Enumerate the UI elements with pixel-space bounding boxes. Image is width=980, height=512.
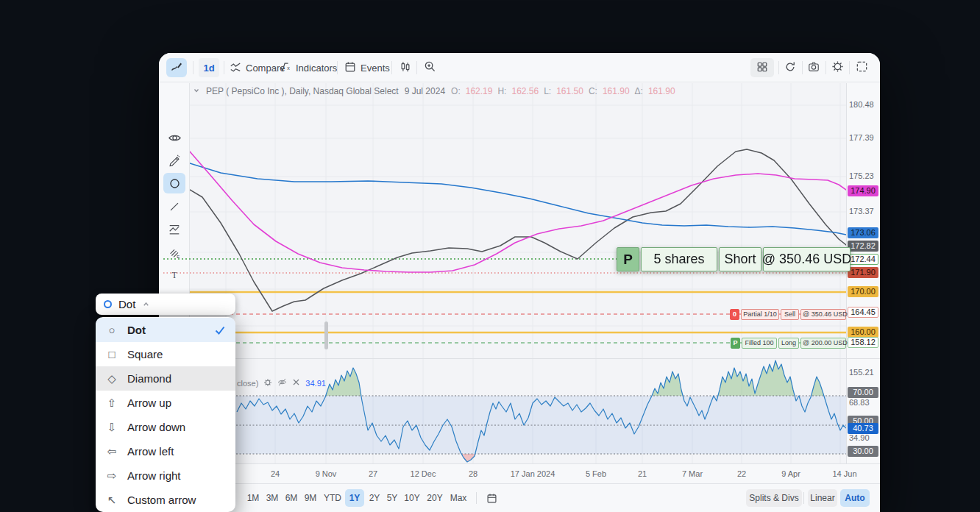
menu-item-arrow-down[interactable]: ⇩Arrow down (96, 415, 235, 439)
menu-item-arrow-right[interactable]: ⇨Arrow right (96, 463, 235, 488)
sell-order-label[interactable]: 0 Partial 1/10 Sell @ 350.46 USD (730, 309, 846, 320)
menu-item-custom-arrow[interactable]: ↖Custom arrow (96, 488, 235, 512)
chart-plot-area[interactable] (190, 83, 846, 463)
tool-circle-button[interactable] (163, 173, 185, 193)
menu-item-square[interactable]: □Square (96, 342, 235, 366)
symbol-title[interactable]: PEP ( PepsiCo Inc ), Daily, Nasdaq Globa… (206, 86, 399, 96)
ohlc-key: O: (451, 86, 461, 96)
time-tick-7-Mar: 7 Mar (682, 469, 703, 478)
ohlc-key: C: (589, 86, 597, 96)
ohlc-value: 162.56 (511, 86, 539, 96)
indicators-label: Indicators (296, 63, 337, 74)
price-label-175.23: 175.23 (849, 171, 874, 182)
range-button-20y[interactable]: 20Y (423, 489, 447, 507)
go-to-date-button[interactable] (482, 489, 501, 507)
range-button-5y[interactable]: 5Y (383, 489, 401, 507)
chart-window: 1d Compare x Indicators Events (159, 53, 880, 512)
menu-scrollbar[interactable] (324, 321, 328, 349)
shape-dropdown-trigger[interactable]: Dot (96, 294, 235, 315)
splits-divs-button[interactable]: Splits & Divs (746, 489, 802, 507)
position-price: @ 200.00 USD (800, 338, 846, 349)
chart-style-button[interactable] (397, 58, 413, 77)
time-axis[interactable]: 249 Nov2712 Dec2817 Jan 20245 Feb217 Mar… (159, 463, 880, 483)
long-position-label[interactable]: P Filled 100 Long @ 200.00 USD (731, 338, 846, 349)
range-button-1m[interactable]: 1M (244, 489, 263, 507)
check-icon (214, 324, 226, 336)
menu-item-diamond[interactable]: ◇Diamond (96, 366, 235, 391)
price-label-172.44: 172.44 (848, 254, 878, 265)
menu-item-label: Arrow down (127, 421, 185, 433)
draw-tool-button[interactable] (166, 58, 187, 77)
price-label-158.12: 158.12 (848, 337, 878, 348)
menu-item-label: Arrow left (127, 445, 174, 458)
menu-item-arrow-up[interactable]: ⇧Arrow up (96, 391, 235, 415)
position-qty: Filled 100 (742, 338, 777, 349)
menu-item-label: Dot (127, 324, 146, 336)
price-label-164.45: 164.45 (848, 307, 878, 318)
chevron-up-icon (142, 298, 150, 310)
zoom-button[interactable] (421, 58, 438, 77)
auto-button[interactable]: Auto (840, 489, 870, 507)
divider (224, 61, 224, 74)
svg-text:E: E (177, 255, 180, 259)
arrow-up-icon: ⇧ (105, 397, 118, 410)
divider (778, 61, 779, 74)
linear-button[interactable]: Linear (808, 489, 837, 507)
range-button-9m[interactable]: 9M (301, 489, 320, 507)
tool-brush-button[interactable]: E (163, 242, 185, 263)
indicators-button[interactable]: x Indicators (280, 58, 337, 77)
tool-line-button[interactable] (163, 196, 185, 217)
zigzag-channel-icon (168, 223, 181, 236)
time-tick-21: 21 (638, 469, 647, 478)
tool-marker-button[interactable] (163, 150, 185, 171)
chevron-down-icon[interactable] (193, 86, 200, 96)
rsi-legend-title: close) (237, 379, 258, 388)
menu-item-label: Square (127, 348, 163, 360)
rsi-legend-value: 34.91 (305, 379, 326, 388)
range-button-3m[interactable]: 3M (263, 489, 282, 507)
menu-item-label: Custom arrow (127, 494, 196, 506)
price-label-170.00: 170.00 (848, 286, 878, 297)
range-button-2y[interactable]: 2Y (366, 489, 383, 507)
fullscreen-button[interactable] (853, 58, 870, 77)
custom-arrow-icon: ↖ (105, 494, 118, 507)
position-tooltip-price: @ 350.46 USD (763, 247, 851, 271)
rsi-hide-icon[interactable] (277, 377, 287, 388)
draw-icon (170, 60, 183, 76)
fullscreen-icon (856, 60, 868, 75)
compare-button[interactable]: Compare (230, 58, 285, 77)
time-tick-27: 27 (369, 469, 377, 478)
range-button-1y[interactable]: 1Y (345, 489, 364, 507)
menu-item-dot[interactable]: ○Dot (96, 318, 235, 342)
rsi-settings-icon[interactable] (263, 378, 272, 388)
range-button-10y[interactable]: 10Y (401, 489, 423, 507)
price-label-177.39: 177.39 (849, 132, 874, 143)
position-tooltip[interactable]: P 5 shares Short @ 350.46 USD (617, 247, 851, 271)
rsi-close-icon[interactable] (292, 378, 300, 388)
range-button-max[interactable]: Max (447, 489, 470, 507)
events-button[interactable]: Events (344, 58, 390, 77)
svg-text:x: x (287, 65, 290, 71)
candles-icon (400, 61, 411, 75)
range-button-6m[interactable]: 6M (282, 489, 301, 507)
screenshot-button[interactable] (806, 58, 821, 77)
range-button-ytd[interactable]: YTD (320, 489, 345, 507)
ohlc-value: 161.90 (603, 86, 630, 96)
settings-button[interactable] (830, 58, 845, 77)
tool-eye-button[interactable] (163, 127, 185, 148)
tool-channel-button[interactable] (163, 219, 185, 240)
position-tooltip-badge: P (617, 247, 639, 271)
price-label-171.90: 171.90 (848, 267, 878, 278)
pane-separator[interactable] (190, 358, 880, 359)
dropdown-selected-label: Dot (118, 298, 135, 310)
refresh-button[interactable] (783, 58, 798, 77)
interval-button[interactable]: 1d (199, 58, 219, 77)
ohlc-key: Δ: (635, 86, 643, 96)
square-icon: □ (105, 348, 118, 360)
price-label-155.21: 155.21 (849, 367, 874, 378)
rsi-legend-row: close) 34.91 (237, 377, 326, 388)
menu-item-arrow-left[interactable]: ⇦Arrow left (96, 439, 235, 463)
tool-text-button[interactable]: T (163, 265, 185, 285)
symbol-date: 9 Jul 2024 (405, 86, 445, 96)
layout-grid-button[interactable] (750, 58, 774, 77)
